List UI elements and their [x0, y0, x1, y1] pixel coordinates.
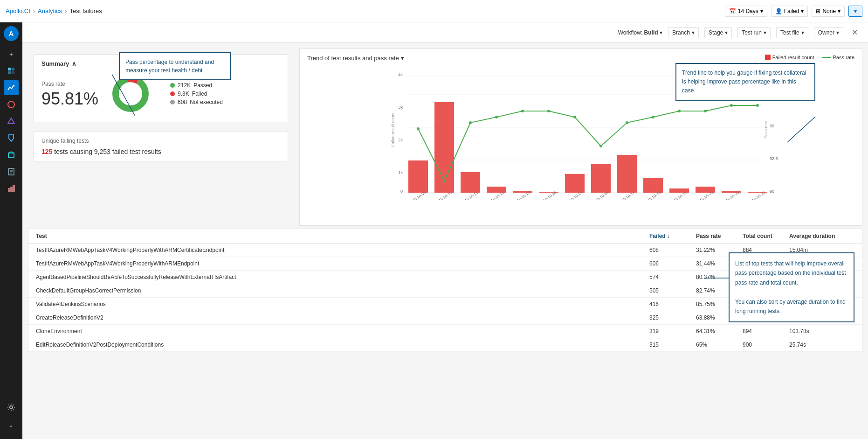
owner-label: Owner — [818, 29, 834, 36]
legend-passed: 212K Passed — [170, 82, 223, 89]
row-4-failed: 416 — [649, 301, 696, 307]
svg-line-20 — [787, 117, 815, 142]
svg-text:1k: 1k — [398, 170, 403, 175]
table-row[interactable]: EditReleaseDefinitionV2PostDeploymentCon… — [28, 338, 862, 352]
breadcrumb-apollo[interactable]: Apollo.CI — [6, 7, 30, 14]
row-1-failed: 606 — [649, 260, 696, 267]
sidebar-add-icon[interactable]: + — [4, 47, 19, 62]
svg-text:0: 0 — [400, 189, 403, 194]
svg-point-59 — [626, 121, 628, 124]
workflow-label: Workflow: — [618, 29, 642, 36]
trend-annotation-text: Trend line to help you gauge if fixing t… — [682, 70, 806, 94]
settings-icon[interactable] — [4, 400, 19, 415]
filter-close-button[interactable]: ✕ — [849, 27, 861, 38]
sidebar-overview-icon[interactable] — [4, 63, 19, 78]
legend-failed-label: Failed — [192, 91, 207, 97]
testrun-filter-button[interactable]: Test run ▾ — [737, 27, 771, 38]
sidebar-boards-icon[interactable] — [4, 181, 19, 196]
sidebar-artifact-icon[interactable] — [4, 147, 19, 162]
svg-point-58 — [599, 145, 602, 147]
stage-chevron-icon: ▾ — [725, 29, 728, 36]
chart-legend: Failed result count Pass rate — [765, 55, 854, 60]
app-logo[interactable]: A — [4, 26, 19, 41]
none-label: None — [822, 8, 836, 14]
legend-pass-line-label: Pass rate — [833, 55, 854, 60]
svg-text:95: 95 — [770, 124, 774, 128]
trend-annotation-box: Trend line to help you gauge if fixing t… — [675, 63, 815, 101]
none-filter-button[interactable]: ⊞ None ▾ — [812, 6, 845, 17]
trend-chart-panel: Trend of test results and pass rate ▾ Tr… — [299, 49, 862, 226]
svg-rect-48 — [696, 187, 715, 193]
row-3-test: CheckDefaultGroupHasCorrectPermission — [36, 287, 649, 294]
legend-failed-bar-label: Failed result count — [772, 55, 814, 60]
sort-desc-icon: ↓ — [667, 233, 670, 239]
svg-rect-2 — [8, 71, 11, 74]
legend-pass-line: Pass rate — [822, 55, 854, 60]
sidebar-release-icon[interactable] — [4, 114, 19, 129]
workflow-filter[interactable]: Workflow: Build ▾ — [618, 29, 662, 36]
workflow-chevron-icon: ▾ — [660, 29, 662, 36]
filter-bar: Workflow: Build ▾ Branch ▾ Stage ▾ Test … — [22, 22, 868, 43]
svg-rect-46 — [643, 178, 663, 193]
unique-failing-value: 125 tests causing 9,253 failed test resu… — [41, 148, 280, 155]
svg-rect-44 — [591, 164, 611, 193]
workflow-value: Build — [644, 29, 658, 36]
svg-rect-14 — [13, 185, 15, 192]
sidebar: A + ! — [0, 22, 22, 439]
row-7-test: EditReleaseDefinitionV2PostDeploymentCon… — [36, 341, 649, 348]
testfile-filter-button[interactable]: Test file ▾ — [776, 27, 808, 38]
sidebar-test-icon[interactable] — [4, 131, 19, 146]
sidebar-build-icon[interactable]: ! — [4, 97, 19, 112]
row-6-failed: 319 — [649, 328, 696, 334]
row-3-failed: 505 — [649, 287, 696, 294]
col-failed[interactable]: Failed ↓ — [649, 233, 696, 239]
owner-filter-button[interactable]: Owner ▾ — [814, 27, 843, 38]
owner-chevron-icon: ▾ — [836, 29, 839, 36]
svg-point-63 — [730, 104, 733, 107]
svg-rect-0 — [8, 68, 11, 70]
legend-passed-label: Passed — [193, 82, 212, 89]
svg-rect-37 — [408, 160, 428, 193]
col-avg-duration[interactable]: Average duration — [789, 233, 854, 239]
svg-text:90: 90 — [770, 189, 774, 194]
summary-collapse-icon[interactable]: ∧ — [72, 60, 76, 67]
list-annotation-arrow — [704, 271, 732, 285]
chart-title-chevron-icon[interactable]: ▾ — [401, 55, 404, 62]
table-row[interactable]: CloneEnvironment 319 64.31% 894 103.78s — [28, 325, 862, 338]
legend-not-executed-label: Not executed — [190, 99, 223, 105]
top-bar-right: 📅 14 Days ▾ 👤 Failed ▾ ⊞ None ▾ ▼ — [725, 6, 862, 17]
stage-filter-button[interactable]: Stage ▾ — [704, 27, 732, 38]
svg-point-15 — [10, 406, 13, 409]
failed-chevron-icon: ▾ — [801, 8, 804, 14]
pass-rate-label: Pass rate — [41, 81, 98, 87]
list-annotation-para1: List of top tests that will help improve… — [735, 259, 848, 287]
svg-point-55 — [521, 110, 524, 112]
unique-failing-count: 125 — [41, 148, 52, 155]
col-test[interactable]: Test — [36, 233, 649, 239]
branch-filter-button[interactable]: Branch ▾ — [668, 27, 699, 38]
row-5-test: CreateReleaseDefinitionV2 — [36, 314, 649, 321]
failed-filter-button[interactable]: 👤 Failed ▾ — [771, 6, 808, 17]
collapse-icon[interactable]: « — [4, 418, 19, 433]
col-total[interactable]: Total count — [743, 233, 789, 239]
row-0-test: TestIfAzureRMWebAppTaskV4WorkingProperly… — [36, 247, 649, 253]
funnel-filter-button[interactable]: ▼ — [848, 6, 862, 17]
list-annotation-para2: You can also sort by average duration to… — [735, 297, 848, 316]
breadcrumb: Apollo.CI › Analytics › Test failures — [6, 7, 102, 14]
failed-label: Failed — [784, 8, 799, 14]
list-annotation-box: List of top tests that will help improve… — [729, 252, 854, 322]
sidebar-wiki-icon[interactable] — [4, 164, 19, 179]
breadcrumb-analytics[interactable]: Analytics — [38, 7, 62, 14]
row-0-failed: 608 — [649, 247, 696, 253]
row-7-failed: 315 — [649, 341, 696, 348]
svg-rect-40 — [487, 187, 506, 193]
days-filter-button[interactable]: 📅 14 Days ▾ — [725, 6, 767, 17]
svg-line-16 — [112, 74, 135, 116]
row-2-failed: 574 — [649, 274, 696, 280]
days-chevron-icon: ▾ — [760, 8, 763, 14]
sidebar-analytics-icon[interactable] — [4, 80, 19, 95]
svg-rect-12 — [8, 188, 10, 192]
col-pass-rate[interactable]: Pass rate — [696, 233, 743, 239]
donut-legend: 212K Passed 9.3K Failed — [170, 82, 223, 107]
testrun-label: Test run — [742, 29, 762, 36]
